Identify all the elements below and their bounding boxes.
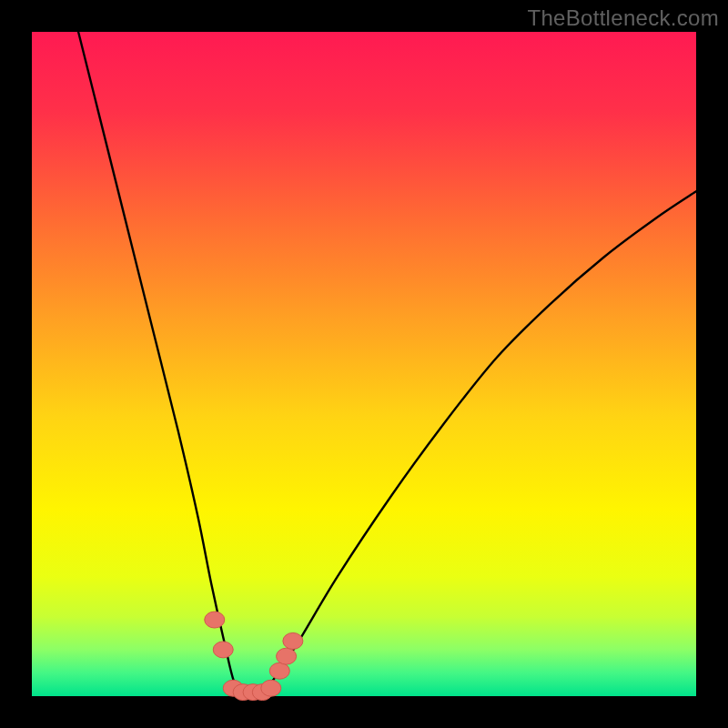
curve-marker [269, 662, 289, 679]
plot-background [32, 32, 696, 696]
curve-marker [283, 632, 303, 649]
curve-marker [277, 648, 297, 664]
curve-marker [261, 680, 281, 696]
curve-marker [213, 642, 233, 658]
watermark-text: TheBottleneck.com [527, 5, 719, 31]
chart-root: TheBottleneck.com [0, 0, 728, 728]
bottleneck-chart [0, 0, 728, 728]
curve-marker [205, 612, 225, 628]
